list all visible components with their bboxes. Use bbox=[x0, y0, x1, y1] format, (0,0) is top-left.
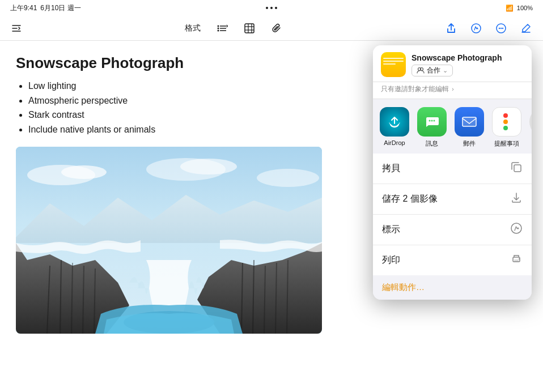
more-button[interactable] bbox=[493, 20, 509, 36]
status-dot-2 bbox=[270, 7, 273, 9]
more-apps-icon bbox=[529, 107, 532, 137]
attach-button[interactable] bbox=[269, 20, 285, 36]
share-app-airdrop[interactable]: AirDrop bbox=[377, 107, 412, 148]
only-invited-text: 只有邀請對象才能編輯 bbox=[381, 85, 449, 93]
edit-actions-row[interactable]: 編輯動作… bbox=[373, 275, 532, 300]
edit-actions-label: 編輯動作… bbox=[382, 282, 425, 292]
collab-chevron: ⌄ bbox=[443, 67, 448, 74]
reminders-label: 提醒事項 bbox=[494, 139, 519, 148]
svg-rect-42 bbox=[463, 117, 476, 126]
rem-dot-red bbox=[503, 113, 508, 118]
svg-point-39 bbox=[429, 120, 431, 122]
action-save-label: 儲存 2 個影像 bbox=[382, 193, 438, 205]
svg-rect-47 bbox=[514, 165, 521, 172]
mail-label: 郵件 bbox=[463, 139, 476, 148]
airdrop-label: AirDrop bbox=[384, 139, 405, 146]
copy-icon bbox=[510, 161, 523, 176]
action-print-label: 列印 bbox=[382, 254, 400, 266]
wifi-icon: 📶 bbox=[506, 5, 514, 12]
share-header-info: Snowscape Photograph 合作 ⌄ bbox=[412, 53, 524, 76]
status-dot-1 bbox=[266, 7, 268, 9]
share-app-reminders[interactable]: 提醒事項 bbox=[490, 107, 524, 148]
svg-point-15 bbox=[502, 27, 503, 28]
share-panel: Snowscape Photograph 合作 ⌄ 只有邀請對象才能編輯 › bbox=[373, 45, 532, 300]
svg-point-4 bbox=[218, 29, 219, 31]
rem-row-1 bbox=[503, 113, 510, 118]
messages-icon bbox=[417, 107, 447, 137]
svg-rect-6 bbox=[245, 24, 254, 33]
date-display: 6月10日 週一 bbox=[40, 3, 80, 13]
svg-point-2 bbox=[218, 27, 219, 29]
toolbar-left bbox=[9, 21, 24, 36]
svg-point-20 bbox=[180, 159, 237, 174]
action-save-images[interactable]: 儲存 2 個影像 bbox=[373, 184, 532, 215]
note-icon-line bbox=[383, 61, 404, 62]
share-header: Snowscape Photograph 合作 ⌄ bbox=[373, 45, 532, 82]
svg-point-21 bbox=[257, 169, 319, 187]
share-button[interactable] bbox=[443, 20, 459, 36]
svg-point-48 bbox=[511, 223, 521, 233]
rem-dot-orange bbox=[503, 120, 508, 124]
battery-display: 100% bbox=[517, 5, 533, 11]
rem-row-2 bbox=[503, 120, 510, 124]
share-app-messages[interactable]: 訊息 bbox=[415, 107, 449, 148]
chevron-icon: › bbox=[452, 86, 453, 92]
svg-rect-50 bbox=[514, 259, 519, 262]
toolbar: 格式 bbox=[0, 16, 543, 41]
list-button[interactable] bbox=[214, 20, 230, 36]
share-note-title: Snowscape Photograph bbox=[412, 53, 524, 62]
markup-action-icon bbox=[510, 222, 523, 237]
share-app-more[interactable]: 無 bbox=[527, 107, 532, 148]
collab-badge[interactable]: 合作 ⌄ bbox=[412, 65, 453, 76]
table-button[interactable] bbox=[241, 20, 257, 36]
only-invited-row[interactable]: 只有邀請對象才能編輯 › bbox=[373, 82, 532, 99]
status-right: 📶 100% bbox=[506, 5, 533, 12]
collab-label: 合作 bbox=[427, 66, 440, 75]
note-icon-lines bbox=[383, 58, 404, 65]
toolbar-right bbox=[443, 20, 534, 36]
format-button[interactable]: 格式 bbox=[183, 21, 203, 36]
collapse-button[interactable] bbox=[9, 21, 24, 36]
time-display: 上午9:41 bbox=[10, 3, 37, 13]
share-apps-row: AirDrop 訊息 郵件 bbox=[373, 99, 532, 154]
toolbar-center: 格式 bbox=[24, 20, 443, 36]
action-print[interactable]: 列印 bbox=[373, 245, 532, 275]
collab-icon bbox=[417, 66, 425, 74]
share-actions-list: 拷貝 儲存 2 個影像 標示 bbox=[373, 154, 532, 275]
print-icon bbox=[510, 253, 523, 268]
status-dot-3 bbox=[275, 7, 277, 9]
status-center bbox=[266, 7, 277, 9]
messages-label: 訊息 bbox=[426, 139, 438, 148]
action-markup[interactable]: 標示 bbox=[373, 215, 532, 245]
status-bar: 上午9:41 6月10日 週一 📶 100% bbox=[0, 0, 543, 16]
action-copy-label: 拷貝 bbox=[382, 163, 400, 174]
reminders-icon bbox=[492, 107, 521, 137]
svg-point-41 bbox=[434, 120, 435, 122]
note-icon-line bbox=[383, 58, 404, 59]
mail-icon bbox=[455, 107, 484, 137]
rem-dot-green bbox=[503, 126, 508, 130]
svg-point-18 bbox=[61, 165, 107, 179]
share-collab-row: 合作 ⌄ bbox=[412, 65, 524, 76]
svg-point-14 bbox=[500, 27, 502, 28]
svg-point-51 bbox=[519, 258, 520, 259]
action-copy[interactable]: 拷貝 bbox=[373, 154, 532, 184]
airdrop-icon bbox=[380, 107, 409, 137]
svg-point-0 bbox=[218, 25, 219, 27]
reminders-inner bbox=[500, 110, 514, 134]
share-app-mail[interactable]: 郵件 bbox=[452, 107, 486, 148]
note-icon-line bbox=[383, 63, 396, 65]
status-left: 上午9:41 6月10日 週一 bbox=[10, 3, 81, 13]
markup-button[interactable] bbox=[468, 20, 484, 36]
save-icon bbox=[510, 191, 523, 207]
note-icon bbox=[381, 52, 406, 77]
svg-point-40 bbox=[431, 120, 433, 122]
note-image bbox=[16, 147, 322, 334]
svg-point-13 bbox=[499, 27, 500, 28]
edit-button[interactable] bbox=[518, 20, 534, 36]
action-markup-label: 標示 bbox=[382, 224, 400, 236]
rem-row-3 bbox=[503, 126, 510, 130]
